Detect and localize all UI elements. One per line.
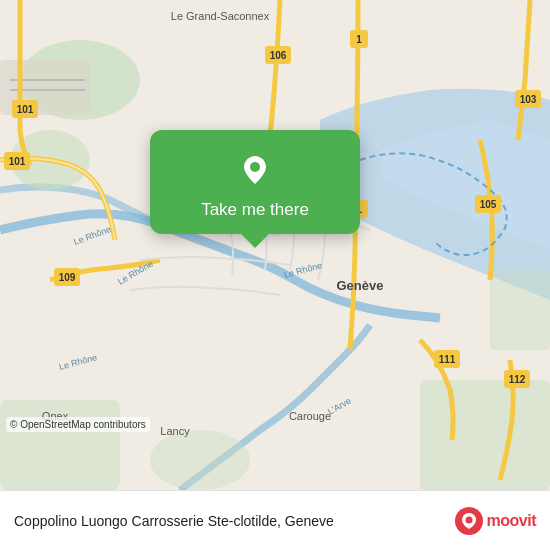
svg-text:Genève: Genève — [337, 278, 384, 293]
svg-text:105: 105 — [480, 199, 497, 210]
svg-text:106: 106 — [270, 50, 287, 61]
svg-text:103: 103 — [520, 94, 537, 105]
moovit-text: moovit — [487, 512, 536, 530]
svg-text:109: 109 — [59, 272, 76, 283]
svg-text:111: 111 — [439, 354, 456, 365]
map-attribution: © OpenStreetMap contributors — [6, 417, 150, 432]
svg-text:112: 112 — [509, 374, 526, 385]
bottom-bar: Coppolino Luongo Carrosserie Ste-clotild… — [0, 490, 550, 550]
svg-point-41 — [250, 162, 260, 172]
popup-label: Take me there — [201, 200, 309, 220]
svg-text:Carouge: Carouge — [289, 410, 331, 422]
svg-text:Le Grand-Saconnex: Le Grand-Saconnex — [171, 10, 270, 22]
svg-rect-5 — [420, 380, 550, 490]
moovit-pin-icon — [455, 507, 483, 535]
svg-text:101: 101 — [9, 156, 26, 167]
svg-text:Lancy: Lancy — [160, 425, 190, 437]
svg-text:101: 101 — [17, 104, 34, 115]
svg-point-43 — [465, 516, 472, 523]
map-container[interactable]: 101 101 106 109 1 1 105 103 111 112 Le G… — [0, 0, 550, 490]
svg-rect-6 — [490, 270, 550, 350]
svg-text:1: 1 — [356, 34, 362, 45]
location-pin-icon — [233, 148, 277, 192]
place-name: Coppolino Luongo Carrosserie Ste-clotild… — [14, 513, 455, 529]
svg-point-4 — [150, 430, 250, 490]
moovit-logo: moovit — [455, 507, 536, 535]
popup-card[interactable]: Take me there — [150, 130, 360, 234]
